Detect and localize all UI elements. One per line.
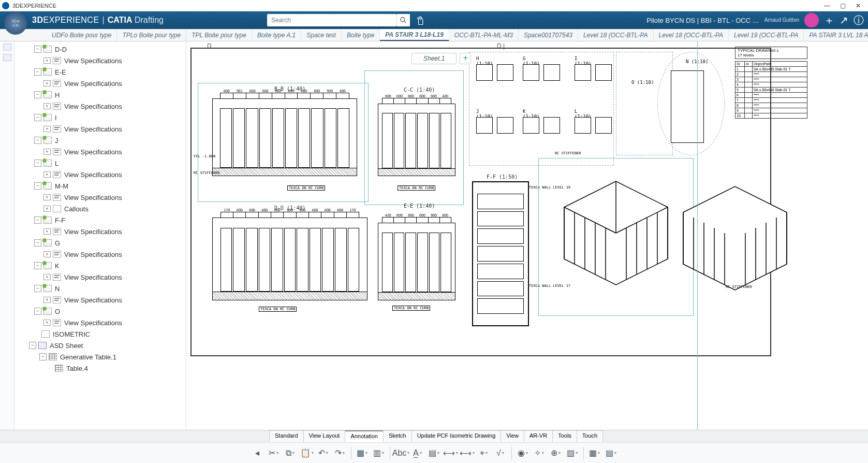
new-view-icon[interactable]: ▥ — [371, 445, 387, 461]
tree-item-section[interactable]: −M-M — [14, 180, 186, 192]
action-tab[interactable]: Update PCF Isometric Drawing — [411, 430, 502, 442]
tree-item-spec[interactable]: +View Specifications — [14, 271, 186, 283]
expand-toggle[interactable]: + — [43, 194, 51, 200]
report-icon[interactable]: ▤ — [604, 445, 619, 461]
doc-tab[interactable]: OCC-BTL-PA-ML-M3 — [449, 29, 519, 41]
redo-icon[interactable]: ↷ — [332, 445, 348, 461]
expand-toggle[interactable]: + — [43, 297, 51, 303]
tree-item-tab4[interactable]: Table.4 — [14, 363, 186, 374]
text-icon[interactable]: Abc — [393, 445, 409, 461]
minimize-button[interactable]: — — [819, 1, 835, 10]
collapse-toggle[interactable]: − — [34, 114, 41, 121]
close-button[interactable]: ✕ — [850, 1, 866, 10]
doc-tab[interactable]: UDFo Boite pour type — [47, 29, 117, 41]
collapse-toggle[interactable]: − — [34, 262, 41, 269]
tag-icon[interactable]: 🏷 — [414, 16, 425, 25]
expand-toggle[interactable]: + — [43, 126, 51, 132]
collab-space[interactable]: Pilote BYCN DS | BBI - BTL - OCC … — [646, 17, 759, 24]
undo-icon[interactable]: ↶ — [316, 445, 331, 461]
expand-toggle[interactable]: + — [43, 171, 51, 178]
expand-toggle[interactable]: + — [43, 149, 51, 155]
roughness-icon[interactable]: √ — [493, 445, 508, 461]
share-icon[interactable]: ↗ — [840, 14, 848, 26]
collapse-toggle[interactable]: − — [34, 160, 41, 167]
doc-tab[interactable]: Space001707543 — [519, 29, 578, 41]
tree-item-section[interactable]: −I — [14, 112, 186, 123]
drawing-canvas[interactable]: D D | Sheet.1 + B-B (1:40) 6005616006006… — [186, 41, 868, 430]
avatar[interactable] — [804, 13, 819, 27]
tree-item-section[interactable]: −F-F — [14, 214, 186, 226]
tree-item-spec[interactable]: +View Specifications — [14, 249, 186, 260]
expand-toggle[interactable]: + — [43, 206, 51, 212]
tree-item-spec[interactable]: +View Specifications — [14, 123, 186, 135]
action-tab[interactable]: Annotation — [345, 430, 384, 442]
collapse-toggle[interactable]: − — [34, 68, 41, 76]
collapse-toggle[interactable]: − — [34, 285, 41, 292]
action-tab[interactable]: Sketch — [383, 430, 412, 442]
tree-item-section[interactable]: −N — [14, 283, 186, 294]
gutter-tree-icon[interactable] — [3, 44, 11, 51]
add-sheet-button[interactable]: + — [460, 53, 471, 64]
collapse-toggle[interactable]: − — [34, 308, 41, 315]
maximize-button[interactable]: ▢ — [835, 1, 850, 10]
expand-toggle[interactable]: + — [43, 320, 51, 326]
tree-item-section[interactable]: −D-D — [14, 44, 186, 55]
tree-item-section[interactable]: −L — [14, 157, 186, 169]
tree-item-section[interactable]: −K — [14, 260, 186, 271]
doc-tab[interactable]: PA STAIR 3 LVL 18 A.1 — [804, 29, 868, 41]
action-tab[interactable]: Touch — [577, 430, 603, 442]
tree-item-iso[interactable]: ISOMETRIC — [14, 328, 186, 340]
doc-tab[interactable]: Boite type — [342, 29, 380, 41]
doc-tab[interactable]: Level 18 (OCC-BTL-PA — [654, 29, 729, 41]
collapse-toggle[interactable]: − — [29, 342, 36, 349]
doc-tab[interactable]: TPL Boite pour type — [186, 29, 252, 41]
tree-item-spec[interactable]: +View Specifications — [14, 192, 186, 203]
axis-icon[interactable]: ⊕ — [548, 445, 564, 461]
add-icon[interactable]: ＋ — [824, 13, 834, 27]
tree-item-spec[interactable]: +View Specifications — [14, 78, 186, 89]
paste-icon[interactable]: 📋 — [299, 445, 315, 461]
tree-item-spec[interactable]: +View Specifications — [14, 55, 186, 66]
collapse-toggle[interactable]: − — [34, 216, 41, 224]
action-tab[interactable]: View — [501, 430, 524, 442]
tree-item-spec[interactable]: +View Specifications — [14, 317, 186, 328]
balloon-icon[interactable]: ◉ — [515, 445, 531, 461]
bom-icon[interactable]: ▦ — [587, 445, 602, 461]
search-button[interactable] — [396, 14, 410, 26]
collapse-toggle[interactable]: − — [34, 46, 41, 53]
tree-panel[interactable]: −D-D+View Specifications−E-E+View Specif… — [14, 41, 186, 430]
tree-item-spec[interactable]: +View Specifications — [14, 146, 186, 157]
action-tab[interactable]: Tools — [552, 430, 577, 442]
tree-item-gentab[interactable]: −Generative Table.1 — [14, 351, 186, 363]
doc-tab[interactable]: Level 19 (OCC-BTL-PA — [729, 29, 804, 41]
sheet-tab[interactable]: Sheet.1 — [411, 53, 457, 64]
datum-icon[interactable]: ⌖ — [476, 445, 492, 461]
expand-toggle[interactable]: + — [43, 251, 51, 257]
collapse-toggle[interactable]: − — [34, 239, 41, 247]
tree-item-section[interactable]: −E-E — [14, 66, 186, 78]
action-tab[interactable]: Standard — [269, 430, 304, 442]
dimension-icon[interactable]: ⟷ — [443, 445, 459, 461]
tree-item-call[interactable]: +Callouts — [14, 203, 186, 214]
doc-tab[interactable]: Level 18 (OCC-BTL-PA — [578, 29, 653, 41]
doc-tab[interactable]: PA STAIR 3 L18-L19 — [380, 29, 449, 41]
doc-tab[interactable]: Space test — [301, 29, 342, 41]
tree-item-section[interactable]: −J — [14, 135, 186, 146]
area-icon[interactable]: ▧ — [565, 445, 580, 461]
table-icon[interactable]: ▤ — [426, 445, 442, 461]
action-tab[interactable]: AR-VR — [524, 430, 553, 442]
search-input[interactable] — [267, 14, 396, 26]
action-tab[interactable]: View Layout — [303, 430, 346, 442]
tree-item-spec[interactable]: +View Specifications — [14, 226, 186, 237]
copy-icon[interactable]: ⧉ — [283, 445, 298, 461]
expand-toggle[interactable]: + — [43, 57, 51, 64]
doc-tab[interactable]: Boite type A.1 — [252, 29, 301, 41]
cut-icon[interactable]: ✂ — [266, 445, 282, 461]
collapse-toggle[interactable]: − — [34, 91, 41, 98]
tree-item-spec[interactable]: +View Specifications — [14, 169, 186, 180]
expand-toggle[interactable]: + — [43, 103, 51, 109]
chain-dim-icon[interactable]: ⟷ — [460, 445, 475, 461]
center-icon[interactable]: ✧ — [532, 445, 547, 461]
compass-button[interactable]: 3D ▸V.R — [4, 12, 27, 35]
expand-toggle[interactable]: + — [43, 274, 51, 280]
